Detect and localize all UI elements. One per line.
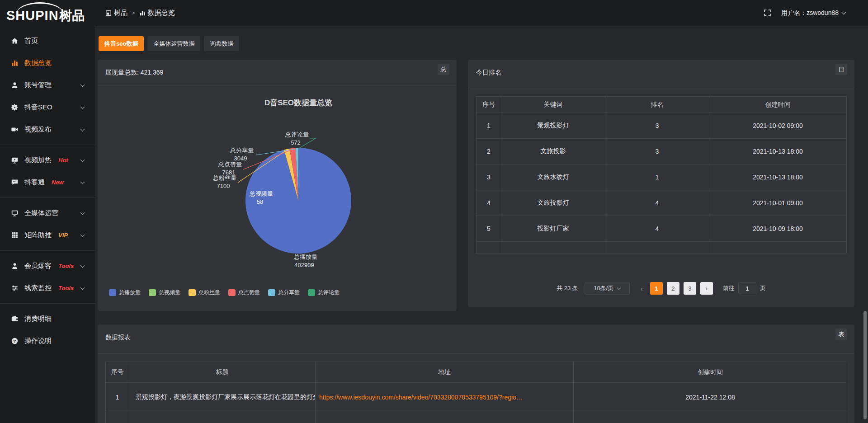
goto-label: 前往 — [723, 284, 735, 292]
rank-cell-rank: 4 — [605, 216, 709, 242]
sidebar-item-question[interactable]: ?操作说明 — [0, 330, 95, 352]
total-badge-button[interactable]: 总 — [438, 64, 449, 75]
sidebar-item-video-heat[interactable]: 视频加热Hot — [0, 149, 95, 171]
breadcrumb-item-home[interactable]: 树品 — [105, 9, 127, 17]
chevron-down-icon — [80, 210, 85, 215]
rank-table-row[interactable]: 4文旅投影灯42021-10-01 09:00 — [476, 190, 847, 216]
rank-table-row[interactable]: 5投影灯厂家42021-10-09 18:00 — [476, 216, 847, 242]
legend-item-总粉丝量[interactable]: 总粉丝量 — [189, 289, 220, 296]
rank-cell-keyword: 文旅投影灯 — [501, 190, 605, 216]
sidebar-item-gear[interactable]: 抖音SEO — [0, 96, 95, 118]
report-column-header: 创建时间 — [574, 362, 847, 383]
rank-table-row[interactable]: 1景观投影灯32021-10-02 09:00 — [476, 113, 847, 139]
rank-column-header: 排名 — [605, 97, 709, 113]
rank-table-row[interactable]: 3文旅水纹灯12021-10-13 18:00 — [476, 164, 847, 190]
sidebar-item-label: 视频发布 — [24, 125, 52, 134]
logo-text-cn: 树品 — [60, 9, 85, 23]
wallet-icon — [11, 315, 19, 323]
legend-label: 总视频量 — [159, 289, 180, 296]
sidebar-item-video-camera[interactable]: 视频发布 — [0, 118, 95, 141]
breadcrumb-separator: > — [132, 9, 135, 16]
prev-page-button[interactable]: ‹ — [639, 285, 645, 292]
username-label: 用户名：zswodun88 — [781, 9, 839, 17]
home-icon — [11, 37, 19, 45]
next-page-button[interactable]: › — [700, 282, 713, 295]
legend-item-总评论量[interactable]: 总评论量 — [308, 289, 340, 296]
question-icon: ? — [11, 337, 19, 345]
page-number-button[interactable]: 3 — [684, 282, 696, 295]
sidebar-item-sliders[interactable]: 线索监控Tools — [0, 277, 95, 299]
rank-cell-keyword: 文旅水纹灯 — [501, 164, 605, 190]
sidebar-item-label: 线索监控 — [24, 284, 52, 292]
legend-swatch — [308, 289, 315, 296]
sidebar-item-wallet[interactable]: 消费明细 — [0, 308, 95, 330]
pie-label-总点赞量: 总点赞量7681 — [218, 161, 242, 176]
sidebar-item-chart-bars[interactable]: 数据总览 — [0, 52, 95, 74]
sidebar-item-monitor[interactable]: 全媒体运营 — [0, 202, 95, 224]
person-icon — [11, 262, 19, 270]
page-number-button[interactable]: 1 — [650, 282, 663, 295]
chevron-down-icon — [80, 179, 85, 184]
rank-cell-created: 2021-10-13 18:00 — [709, 164, 847, 190]
legend-item-总分享量[interactable]: 总分享量 — [268, 289, 300, 296]
report-url-link[interactable]: https://www.iesdouyin.com/share/video/70… — [316, 383, 574, 412]
report-cell-created: 2021-11-22 12:08 — [574, 383, 847, 412]
pie-label-总分享量: 总分享量3049 — [230, 147, 254, 162]
divider — [98, 353, 854, 354]
sidebar-item-label: 矩阵助推 — [24, 231, 52, 240]
pie-label-line — [256, 149, 295, 155]
rank-cell-created: 2021-10-13 18:00 — [709, 139, 847, 164]
rank-cell-rank: 3 — [605, 139, 709, 164]
sidebar-item-user[interactable]: 账号管理 — [0, 74, 95, 96]
rank-cell-rank: 1 — [605, 164, 709, 190]
pie-label-总评论量: 总评论量572 — [285, 131, 309, 146]
tab-button-1[interactable]: 全媒体运营数据 — [147, 36, 200, 51]
sidebar-item-chat[interactable]: 抖客通New — [0, 171, 95, 193]
rank-table-row-partial — [476, 242, 847, 254]
rank-cell-created: 2021-10-09 18:00 — [709, 216, 847, 242]
main-content: 抖音seo数据全媒体运营数据询盘数据 展现量总数: 421,369 总 D音SE… — [95, 26, 868, 423]
rank-cell-keyword: 景观投影灯 — [501, 113, 605, 139]
user-menu[interactable]: 用户名：zswodun88 — [781, 9, 845, 17]
sidebar-item-badge: Tools — [58, 263, 74, 269]
fullscreen-icon[interactable] — [764, 9, 771, 17]
rank-table-row[interactable]: 2文旅投影32021-10-13 18:00 — [476, 139, 847, 164]
gear-icon — [11, 103, 19, 111]
sidebar: SHUPIN树品 首页数据总览账号管理抖音SEO视频发布视频加热Hot抖客通Ne… — [0, 0, 95, 423]
empty-cell — [501, 242, 605, 254]
legend-swatch — [189, 289, 196, 296]
table-badge-button[interactable]: 表 — [835, 329, 847, 340]
breadcrumb-label: 树品 — [114, 9, 127, 17]
vertical-scrollbar-thumb[interactable] — [863, 311, 867, 419]
sidebar-item-badge: Tools — [58, 285, 74, 291]
sidebar-menu: 首页数据总览账号管理抖音SEO视频发布视频加热Hot抖客通New全媒体运营矩阵助… — [0, 30, 95, 352]
page-size-select[interactable]: 10条/页 — [585, 282, 630, 295]
goto-page-input[interactable] — [738, 282, 756, 294]
legend-swatch — [228, 289, 236, 296]
sidebar-item-person[interactable]: 会员爆客Tools — [0, 255, 95, 277]
chevron-down-icon — [842, 10, 846, 15]
tab-button-2[interactable]: 询盘数据 — [204, 36, 239, 51]
tab-button-0[interactable]: 抖音seo数据 — [99, 36, 144, 51]
sidebar-item-label: 账号管理 — [24, 81, 52, 89]
legend-item-总视频量[interactable]: 总视频量 — [149, 289, 180, 296]
rank-card-title: 今日排名 — [476, 69, 501, 77]
legend-item-总播放量[interactable]: 总播放量 — [109, 289, 141, 296]
sidebar-item-home[interactable]: 首页 — [0, 30, 95, 52]
report-cell-title: 景观投影灯，夜游景观投影灯厂家展示展示落花灯在花园里的灯光投影应用效果 # — [129, 383, 316, 412]
sidebar-item-badge: New — [52, 179, 64, 186]
empty-cell — [316, 412, 574, 423]
chevron-down-icon — [80, 263, 85, 268]
empty-cell — [129, 412, 316, 423]
pagination: 共 23 条 10条/页 ‹ 123 › 前往 页 — [468, 282, 854, 295]
legend-item-总点赞量[interactable]: 总点赞量 — [228, 289, 260, 296]
logo-arc-decoration — [16, 2, 63, 14]
breadcrumb-item-current[interactable]: 数据总览 — [139, 9, 175, 17]
report-column-header: 标题 — [129, 362, 316, 383]
sidebar-item-label: 抖客通 — [24, 178, 45, 187]
page-number-button[interactable]: 2 — [667, 282, 679, 295]
empty-cell — [574, 412, 847, 423]
sidebar-item-grid[interactable]: 矩阵助推VIP — [0, 224, 95, 246]
pie-slice-总视频量 — [284, 150, 298, 201]
day-badge-button[interactable]: 日 — [835, 64, 847, 75]
